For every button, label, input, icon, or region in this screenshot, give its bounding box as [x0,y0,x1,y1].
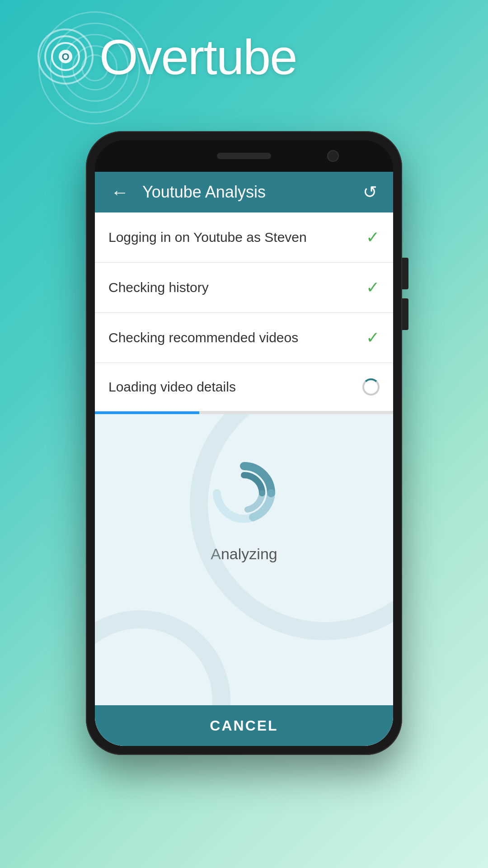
step-recommended-label: Checking recommended videos [108,330,298,345]
screen-container: ← Youtube Analysis ↺ Logging in on Youtu… [95,172,393,746]
toolbar: ← Youtube Analysis ↺ [95,172,393,212]
step-login-label: Logging in on Youtube as Steven [108,230,307,245]
toolbar-title: Youtube Analysis [142,183,358,202]
logo-icon: O [36,27,95,86]
phone-inner: 4G 11:41 [95,140,393,746]
svg-text:O: O [61,51,69,62]
step-video-details: Loading video details [95,363,393,411]
analyzing-area: Analyzing [95,414,393,746]
step-recommended: Checking recommended videos ✓ [95,313,393,363]
back-button[interactable]: ← [106,178,133,207]
phone-camera [327,150,339,162]
analyzing-spinner [210,459,278,527]
volume-down-button [402,298,408,330]
step-recommended-check: ✓ [366,328,380,347]
phone-frame: 4G 11:41 [86,131,402,755]
step-video-details-spinner [362,378,380,396]
step-history-check: ✓ [366,278,380,297]
phone-speaker [217,153,271,159]
volume-up-button [402,258,408,289]
steps-list: Logging in on Youtube as Steven ✓ Checki… [95,212,393,411]
step-history: Checking history ✓ [95,263,393,313]
step-video-details-label: Loading video details [108,379,236,395]
step-history-label: Checking history [108,280,209,295]
step-login: Logging in on Youtube as Steven ✓ [95,212,393,263]
page-container: O Overtube [0,0,488,868]
refresh-button[interactable]: ↺ [358,178,382,207]
logo-text: Overtube [99,28,296,85]
cancel-button[interactable]: CANCEL [95,705,393,746]
step-login-check: ✓ [366,228,380,247]
logo-area: O Overtube [0,27,488,86]
